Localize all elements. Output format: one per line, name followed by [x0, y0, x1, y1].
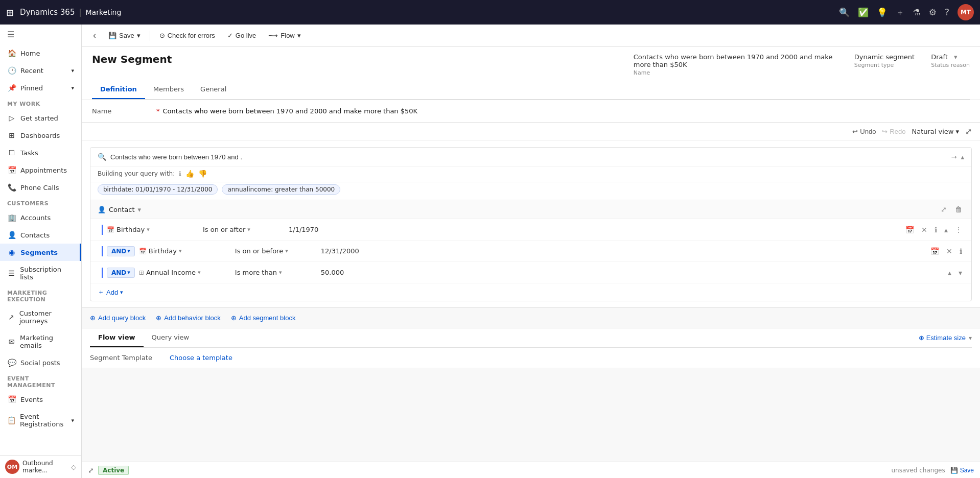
sidebar-toggle[interactable]: ☰ [0, 25, 81, 44]
sidebar-item-home[interactable]: 🏠 Home [0, 44, 81, 62]
share-entity-button[interactable]: ⤢ [939, 204, 949, 214]
expand-button[interactable]: ⤢ [965, 127, 972, 136]
statusbar-save-button[interactable]: 💾 Save [950, 467, 974, 474]
check-errors-button[interactable]: ⊙ Check for errors [154, 29, 220, 42]
sidebar-item-marketing-emails[interactable]: ✉ Marketing emails [0, 329, 81, 354]
condition-connector-1[interactable]: AND ▾ [107, 246, 135, 256]
add-segment-block-button[interactable]: ⊕ Add segment block [231, 314, 296, 322]
tab-query-view[interactable]: Query view [144, 328, 198, 347]
add-condition-button[interactable]: ＋ Add ▾ [98, 288, 123, 297]
sidebar-item-recent[interactable]: 🕐 Recent [0, 62, 81, 79]
sidebar-events-label: Events [20, 396, 43, 403]
settings-icon[interactable]: ⚙ [929, 7, 937, 17]
search-icon[interactable]: 🔍 [839, 7, 850, 17]
condition-value-2[interactable]: 50,000 [321, 269, 942, 276]
sidebar-item-get-started[interactable]: ▷ Get started [0, 109, 81, 127]
waffle-icon[interactable]: ⊞ [6, 7, 14, 18]
tab-flow-view[interactable]: Flow view [90, 328, 144, 347]
bottom-tabs: Flow view Query view ⊕ Estimate size ▾ [90, 328, 972, 348]
view-select[interactable]: Natural view ▾ [912, 128, 959, 135]
check-circle-icon[interactable]: ✅ [858, 7, 869, 17]
delete-entity-button[interactable]: 🗑 [953, 204, 964, 214]
move-up-0[interactable]: ▴ [942, 225, 950, 235]
tab-definition[interactable]: Definition [92, 80, 145, 99]
op-dropdown-2[interactable]: ▾ [279, 269, 282, 276]
save-dropdown-icon[interactable]: ▾ [137, 32, 141, 39]
tab-members[interactable]: Members [145, 80, 192, 99]
condition-value-1[interactable]: 12/31/2000 [321, 247, 924, 255]
ai-thumbdown-icon[interactable]: 👎 [198, 170, 207, 178]
add-behavior-block-button[interactable]: ⊕ Add behavior block [156, 314, 221, 322]
query-search-arrow[interactable]: → [951, 153, 957, 161]
condition-connector-2[interactable]: AND ▾ [107, 268, 135, 278]
add-icon[interactable]: ＋ [896, 7, 904, 18]
tab-general[interactable]: General [192, 80, 235, 99]
flow-button[interactable]: ⟿ Flow ▾ [263, 29, 306, 42]
move-up-2[interactable]: ▴ [946, 268, 953, 278]
sidebar-item-dashboards[interactable]: ⊞ Dashboards [0, 127, 81, 144]
query-search-collapse[interactable]: ▴ [961, 153, 964, 161]
sidebar-item-pinned[interactable]: 📌 Pinned [0, 79, 81, 97]
condition-op-2[interactable]: Is more than ▾ [235, 269, 317, 276]
app-name[interactable]: Marketing [86, 8, 122, 16]
more-cond-0[interactable]: ⋮ [953, 225, 964, 235]
sidebar-item-appointments[interactable]: 📅 Appointments [0, 161, 81, 179]
pinned-expand-icon [71, 85, 74, 91]
info-cond-0[interactable]: ℹ [932, 225, 939, 235]
move-down-2[interactable]: ▾ [956, 268, 964, 278]
delete-cond-1[interactable]: ✕ [944, 246, 954, 256]
brand-name[interactable]: Dynamics 365 [20, 8, 75, 17]
field-dropdown-2[interactable]: ▾ [198, 269, 201, 276]
sidebar-item-events[interactable]: 📅 Events [0, 391, 81, 408]
op-dropdown-1[interactable]: ▾ [285, 248, 288, 254]
undo-button[interactable]: ↩ Undo [852, 128, 876, 135]
condition-field-2[interactable]: ⊞ Annual Income ▾ [139, 269, 231, 276]
op-dropdown-0[interactable]: ▾ [247, 226, 250, 233]
estimate-size-button[interactable]: ⊕ Estimate size [919, 334, 966, 342]
sidebar-user-expand[interactable]: ◇ [71, 463, 76, 471]
add-query-block-button[interactable]: ⊕ Add query block [90, 314, 146, 322]
sidebar-item-event-registrations[interactable]: 📋 Event Registrations ▾ [0, 408, 81, 433]
info-cond-1[interactable]: ℹ [958, 246, 964, 256]
sidebar-item-subscription-lists[interactable]: ☰ Subscription lists [0, 261, 81, 285]
sidebar-item-contacts[interactable]: 👤 Contacts [0, 226, 81, 244]
sidebar-item-social-posts[interactable]: 💬 Social posts [0, 354, 81, 371]
ai-thumbup-icon[interactable]: 👍 [185, 170, 194, 178]
expand-status-icon[interactable]: ⤢ [88, 466, 94, 474]
field-dropdown-0[interactable]: ▾ [147, 226, 150, 233]
sidebar-item-segments[interactable]: ◉ Segments [0, 244, 81, 261]
estimate-dropdown-icon[interactable]: ▾ [969, 334, 972, 342]
sidebar-avatar[interactable]: OM [5, 460, 19, 474]
sidebar-item-tasks[interactable]: ☐ Tasks [0, 144, 81, 161]
delete-cond-0[interactable]: ✕ [919, 225, 929, 235]
form-name-value[interactable]: Contacts who were born between 1970 and … [163, 107, 418, 115]
condition-op-0[interactable]: Is on or after ▾ [203, 226, 285, 233]
date-picker-1[interactable]: 📅 [928, 246, 941, 256]
add-dropdown-icon[interactable]: ▾ [120, 289, 123, 296]
query-search-input[interactable] [110, 153, 947, 161]
condition-value-0[interactable]: 1/1/1970 [289, 226, 899, 233]
sidebar-item-customer-journeys[interactable]: ↗ Customer journeys [0, 305, 81, 329]
go-live-button[interactable]: ✓ Go live [222, 29, 261, 42]
condition-field-1[interactable]: 📅 Birthday ▾ [139, 247, 231, 255]
avatar[interactable]: MT [958, 4, 974, 20]
sidebar-item-phone-calls[interactable]: 📞 Phone Calls [0, 179, 81, 196]
condition-field-0[interactable]: 📅 Birthday ▾ [107, 226, 199, 233]
sidebar-recent-label: Recent [20, 67, 43, 75]
condition-op-1[interactable]: Is on or before ▾ [235, 247, 317, 255]
back-button[interactable]: ‹ [88, 28, 101, 43]
redo-button[interactable]: ↪ Redo [882, 128, 905, 135]
flow-dropdown-icon[interactable]: ▾ [297, 32, 301, 39]
block-footer: ⊕ Add query block ⊕ Add behavior block ⊕… [82, 307, 980, 328]
date-picker-0[interactable]: 📅 [903, 225, 916, 235]
help-icon[interactable]: ? [945, 7, 949, 17]
sidebar-item-accounts[interactable]: 🏢 Accounts [0, 209, 81, 226]
filter-icon[interactable]: ⚗ [913, 7, 920, 17]
status-expand-icon[interactable]: ▾ [954, 53, 958, 61]
entity-expand-icon[interactable]: ▾ [138, 206, 142, 213]
ai-info-icon[interactable]: ℹ [179, 170, 181, 177]
save-button[interactable]: 💾 Save ▾ [103, 29, 146, 42]
lightbulb-icon[interactable]: 💡 [877, 7, 888, 17]
choose-template-link[interactable]: Choose a template [170, 354, 232, 362]
field-dropdown-1[interactable]: ▾ [179, 248, 182, 254]
